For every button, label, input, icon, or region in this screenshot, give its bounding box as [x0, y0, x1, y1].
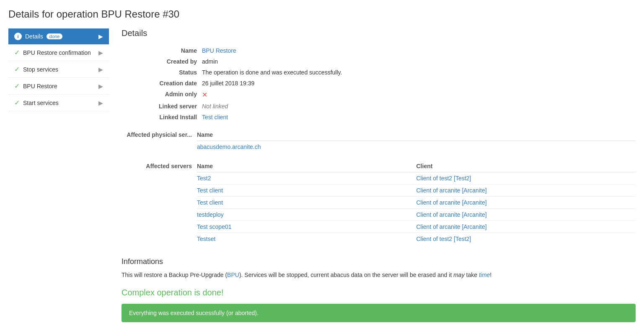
physical-servers-section: Affected physicial ser... Name abacusdem… — [122, 130, 636, 153]
check-icon: ✓ — [14, 65, 20, 73]
chevron-right-icon: ▶ — [98, 100, 103, 106]
info-text-may: may — [453, 272, 464, 278]
info-text-before-bpu: This will restore a Backup Pre-Upgrade ( — [122, 272, 227, 278]
name-label: Name — [122, 46, 197, 55]
linked-server-label: Linked server — [122, 102, 197, 110]
table-row: Test scope01 Client of arcanite [Arcanit… — [197, 221, 636, 233]
affected-servers-label: Affected servers — [122, 161, 197, 245]
creation-date-label: Creation date — [122, 79, 197, 87]
affected-servers-content: Name Client Test2 Client of test2 [Test2… — [197, 161, 636, 245]
admin-only-value: ✕ — [202, 90, 636, 100]
physical-server-name[interactable]: abacusdemo.arcanite.ch — [197, 141, 636, 153]
section-title: Details — [122, 28, 636, 38]
admin-only-label: Admin only — [122, 90, 197, 100]
sidebar: i Details done ▶ ✓ BPU Restore confirmat… — [8, 28, 109, 322]
affected-servers-section: Affected servers Name Client Test2 Clien… — [122, 161, 636, 245]
physical-servers-col-name: Name — [197, 130, 636, 141]
check-icon: ✓ — [14, 49, 20, 56]
affected-server-client[interactable]: Client of arcanite [Arcanite] — [416, 209, 636, 221]
affected-server-name[interactable]: Testset — [197, 233, 416, 245]
affected-servers-col-client: Client — [416, 161, 636, 172]
chevron-right-icon: ▶ — [98, 83, 103, 90]
info-icon: i — [14, 33, 22, 40]
created-by-value: admin — [202, 57, 636, 66]
name-value[interactable]: BPU Restore — [202, 46, 636, 55]
affected-server-name[interactable]: Test client — [197, 185, 416, 197]
info-text-after-bpu: ). Services will be stopped, current aba… — [239, 272, 453, 278]
creation-date-value: 26 juillet 2018 19:39 — [202, 79, 636, 87]
sidebar-item-bpu-restore[interactable]: ✓ BPU Restore ▶ — [8, 78, 109, 95]
sidebar-item-bpu-restore-label: BPU Restore — [23, 83, 57, 90]
sidebar-item-stop-services-label: Stop services — [23, 66, 58, 73]
affected-servers-col-name: Name — [197, 161, 416, 172]
physical-servers-content: Name abacusdemo.arcanite.ch — [197, 130, 636, 153]
created-by-label: Created by — [122, 57, 197, 66]
info-text-time[interactable]: time — [479, 272, 490, 278]
sidebar-item-start-services-label: Start services — [23, 100, 59, 106]
sidebar-item-bpu-restore-confirmation-label: BPU Restore confirmation — [23, 49, 91, 56]
affected-server-client[interactable]: Client of arcanite [Arcanite] — [416, 221, 636, 233]
sidebar-item-details[interactable]: i Details done ▶ — [8, 28, 109, 44]
affected-server-name[interactable]: Test2 — [197, 172, 416, 185]
chevron-right-icon: ▶ — [98, 33, 103, 40]
sidebar-item-start-services[interactable]: ✓ Start services ▶ — [8, 95, 109, 111]
status-value: The operation is done and was executed s… — [202, 68, 636, 77]
informations-section: Informations This will restore a Backup … — [122, 257, 636, 322]
check-icon: ✓ — [14, 82, 20, 90]
info-text-bpu[interactable]: BPU — [227, 272, 239, 278]
table-row: Testset Client of test2 [Test2] — [197, 233, 636, 245]
success-banner-text: Everything was executed sucessfully (or … — [129, 310, 259, 316]
affected-server-name[interactable]: testdeploy — [197, 209, 416, 221]
check-icon: ✓ — [14, 99, 20, 107]
affected-server-name[interactable]: Test scope01 — [197, 221, 416, 233]
affected-server-client[interactable]: Client of test2 [Test2] — [416, 233, 636, 245]
sidebar-item-done-badge: done — [47, 33, 62, 39]
linked-server-value: Not linked — [202, 102, 636, 110]
physical-servers-label: Affected physicial ser... — [122, 130, 197, 153]
info-text-end: ! — [490, 272, 491, 278]
affected-servers-table: Name Client Test2 Client of test2 [Test2… — [197, 161, 636, 245]
informations-text: This will restore a Backup Pre-Upgrade (… — [122, 270, 636, 279]
sidebar-item-bpu-restore-confirmation[interactable]: ✓ BPU Restore confirmation ▶ — [8, 44, 109, 61]
table-row: abacusdemo.arcanite.ch — [197, 141, 636, 153]
table-row: testdeploy Client of arcanite [Arcanite] — [197, 209, 636, 221]
affected-server-client[interactable]: Client of arcanite [Arcanite] — [416, 197, 636, 209]
linked-install-value[interactable]: Test client — [202, 113, 636, 121]
affected-server-client[interactable]: Client of arcanite [Arcanite] — [416, 185, 636, 197]
physical-servers-table: Name abacusdemo.arcanite.ch — [197, 130, 636, 153]
info-text-after-may: take — [465, 272, 479, 278]
status-label: Status — [122, 68, 197, 77]
affected-server-client[interactable]: Client of test2 [Test2] — [416, 172, 636, 185]
linked-install-label: Linked Install — [122, 113, 197, 121]
table-row: Test client Client of arcanite [Arcanite… — [197, 197, 636, 209]
complex-done-title: Complex operation is done! — [122, 288, 636, 297]
chevron-right-icon: ▶ — [98, 66, 103, 73]
table-row: Test2 Client of test2 [Test2] — [197, 172, 636, 185]
chevron-right-icon: ▶ — [98, 49, 103, 56]
details-grid: Name BPU Restore Created by admin Status… — [122, 46, 636, 121]
success-banner: Everything was executed sucessfully (or … — [122, 304, 636, 322]
sidebar-item-stop-services[interactable]: ✓ Stop services ▶ — [8, 61, 109, 78]
page-title: Details for operation BPU Restore #30 — [8, 8, 636, 20]
sidebar-item-details-label: Details — [25, 33, 43, 40]
table-row: Test client Client of arcanite [Arcanite… — [197, 185, 636, 197]
informations-title: Informations — [122, 257, 636, 266]
main-content: Details Name BPU Restore Created by admi… — [109, 28, 636, 322]
affected-server-name[interactable]: Test client — [197, 197, 416, 209]
